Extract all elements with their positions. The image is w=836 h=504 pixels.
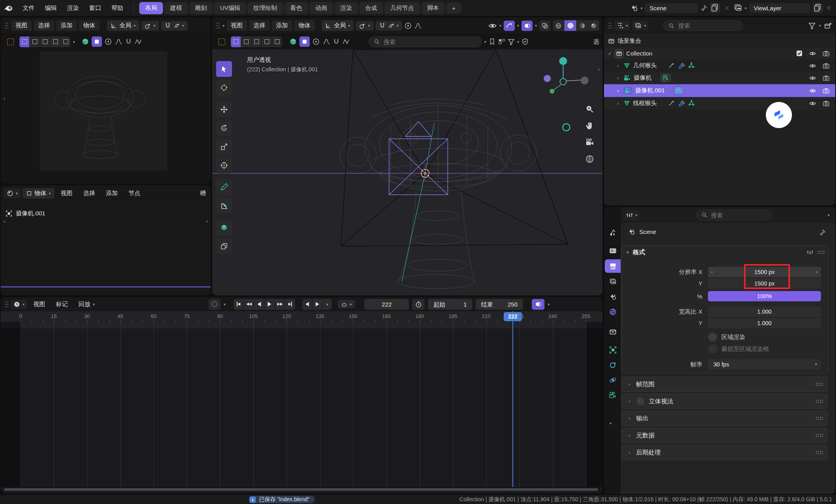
camera-data-badge[interactable] [661,74,671,82]
shading-material-icon[interactable] [577,20,588,31]
chevron-down-icon[interactable]: ▾ [640,6,642,10]
drag-dots-icon[interactable] [817,251,819,252]
display-mode-dropdown[interactable]: ▾ [632,21,648,31]
frame-end-field[interactable]: 结束250 [476,299,523,310]
tool-cursor[interactable] [216,80,232,96]
outliner-search-box[interactable] [663,20,743,31]
select-mode-subtract[interactable] [40,36,50,47]
snap-group[interactable]: ▾ [376,21,402,31]
menu-view[interactable]: 视图 [11,20,32,31]
menu-file[interactable]: 文件 [18,3,39,13]
render-camera-icon[interactable] [823,87,830,94]
workspace-tab-sculpt[interactable]: 雕刻 [189,2,213,14]
scene-icon[interactable] [630,4,638,12]
aspect-y-field[interactable]: 1.000 [708,318,821,328]
tool-select-box[interactable] [216,61,232,77]
preview-canvas[interactable]: › [1,49,211,184]
proportional-edit-icon[interactable] [299,36,310,47]
tool-add-cube[interactable] [216,220,232,236]
ortho-grid-icon[interactable] [585,155,594,163]
grip-icon[interactable] [608,23,610,24]
play-reverse-button[interactable] [254,299,265,310]
row-label[interactable]: 摄像机.001 [635,87,665,94]
zigzag-icon[interactable] [134,38,142,46]
menu-marker[interactable]: 标记 [52,299,72,310]
menu-object[interactable]: 物体 [294,20,315,31]
select-mode-group[interactable] [231,36,282,47]
shading-rendered-icon[interactable] [588,20,599,31]
workspace-tab-scripting[interactable]: 脚本 [421,2,445,14]
workspace-tab-animation[interactable]: 动画 [309,2,333,14]
select-mode-new[interactable] [19,36,30,47]
menu-select[interactable]: 选择 [249,20,270,31]
keying-set-icon[interactable] [209,299,221,310]
drag-dots-icon[interactable] [816,451,817,452]
prev-keyframe-button[interactable] [244,299,254,310]
workspace-tab-uv[interactable]: UV编辑 [214,2,246,14]
workspace-tab-texture[interactable]: 纹理绘制 [247,2,283,14]
hide-eye-icon[interactable] [809,100,816,107]
stereoscopy-checkbox[interactable] [636,397,645,406]
panel-output[interactable]: › 输出 [621,411,828,426]
select-mode-extend[interactable] [30,36,40,47]
properties-search-input[interactable] [710,211,759,219]
shader-type-dropdown[interactable]: 物体▾ [23,188,54,199]
workspace-tab-modeling[interactable]: 建模 [164,2,188,14]
menu-add[interactable]: 添加 [272,20,292,31]
axis-x-label[interactable]: X [582,66,587,72]
tool-scale[interactable] [216,139,232,155]
chevron-down-icon[interactable]: ▾ [745,6,747,10]
sidebar-expand-icon[interactable]: › [2,96,7,102]
prev-frame-button[interactable] [302,299,313,310]
grip-icon[interactable] [5,301,6,303]
menu-select[interactable]: 选择 [79,188,100,199]
viewlayer-name-field[interactable]: ViewLayer [749,3,810,13]
falloff-circle-icon[interactable] [104,38,112,46]
menu-object[interactable]: 物体 [79,20,100,31]
row-label[interactable]: 摄像机 [634,74,652,82]
properties-search-box[interactable] [696,210,772,220]
workspace-tab-add[interactable]: + [446,2,462,14]
increment-arrow[interactable]: › [816,267,818,277]
tab-world[interactable] [606,305,620,318]
falloff-curve-icon[interactable] [414,22,422,30]
tab-physics[interactable] [606,374,620,386]
gizmos-toggle-icon[interactable] [504,21,515,31]
proportional-edit-icon[interactable] [92,36,102,47]
select-mode-group[interactable] [19,36,71,47]
menu-playback[interactable]: 回放▾ [74,299,99,310]
fps-dropdown[interactable]: 30 fps ▾ [708,359,821,370]
stopwatch-icon[interactable] [412,299,425,310]
chevron-down-icon[interactable]: ▾ [323,299,332,310]
tab-scene[interactable] [606,290,620,303]
chevron-down-icon[interactable]: ▾ [819,23,821,28]
expand-chevron-icon[interactable]: › [615,88,621,94]
tool-search-box[interactable] [368,36,482,47]
drag-dots-icon[interactable] [816,417,817,418]
transform-orientation-dropdown[interactable]: 全局▾ [107,20,139,31]
tool-duplicate[interactable] [216,238,232,254]
new-collection-icon[interactable] [824,22,832,30]
workspace-tab-layout[interactable]: 布局 [139,2,163,14]
panel-post-processing[interactable]: › 后期处理 [621,445,828,460]
shading-wireframe-icon[interactable] [553,20,564,31]
chevron-down-icon[interactable]: ▾ [224,302,226,307]
shading-solid-icon[interactable] [564,20,577,31]
bookmark-icon[interactable] [489,38,496,45]
sidebar-collapse-icon[interactable]: ‹ [204,218,210,224]
render-camera-icon[interactable] [823,62,830,69]
play-button[interactable] [265,299,275,310]
chevron-down-icon[interactable]: ▾ [517,40,519,44]
render-camera-icon[interactable] [823,100,830,107]
editor-type-dropdown[interactable]: ▾ [11,300,27,309]
tool-move[interactable] [216,102,232,117]
tab-viewlayer[interactable] [606,275,620,288]
expand-chevron-icon[interactable]: › [615,75,621,81]
playback-sync-dropdown[interactable]: ▾ [338,300,355,309]
drag-dots-icon[interactable] [816,383,817,384]
menu-help[interactable]: 帮助 [107,3,128,13]
drag-dots-icon[interactable] [816,434,817,435]
chevron-down-icon[interactable]: ▾ [499,23,501,28]
workspace-tab-shading[interactable]: 着色 [284,2,308,14]
chevron-down-icon[interactable]: ▾ [484,40,486,44]
